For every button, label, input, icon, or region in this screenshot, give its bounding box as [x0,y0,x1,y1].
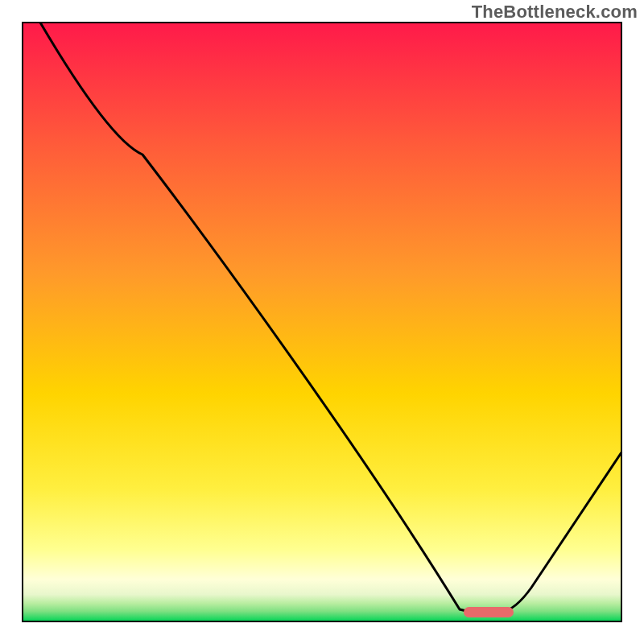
chart-svg [0,0,644,644]
optimal-range-marker [464,607,514,617]
watermark-text: TheBottleneck.com [472,2,638,23]
chart-container: TheBottleneck.com [0,0,644,644]
plot-background [23,23,621,621]
